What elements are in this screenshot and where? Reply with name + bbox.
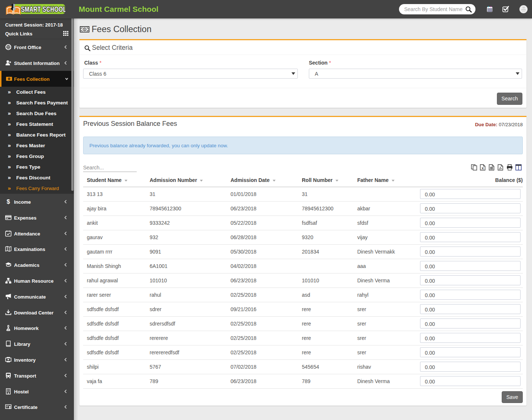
- svg-text:0: 0: [8, 78, 10, 80]
- svg-text:SMART SCHOOL: SMART SCHOOL: [21, 5, 65, 14]
- svg-text:$: $: [7, 199, 10, 205]
- svg-text:1: 1: [84, 28, 86, 31]
- svg-text:X: X: [481, 166, 484, 170]
